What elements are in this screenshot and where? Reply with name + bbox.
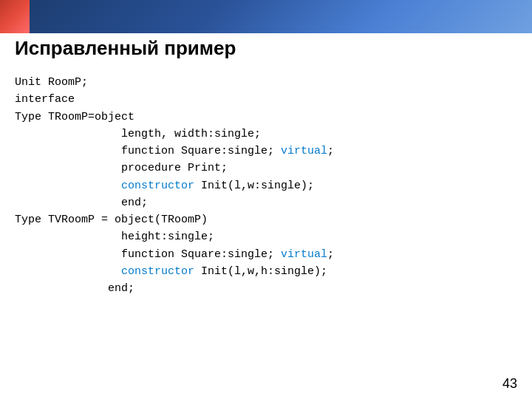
code-line: length, width:single; bbox=[15, 126, 334, 143]
code-block: Unit RoomP;interfaceType TRoomP=object l… bbox=[15, 74, 334, 297]
code-line: height:single; bbox=[15, 228, 334, 245]
page-title: Исправленный пример bbox=[15, 37, 236, 60]
code-line: constructor Init(l,w:single); bbox=[15, 177, 334, 194]
code-line: Type TRoomP=object bbox=[15, 109, 334, 126]
code-line: function Square:single; virtual; bbox=[15, 246, 334, 263]
code-line: procedure Print; bbox=[15, 160, 334, 177]
code-line: Type TVRoomP = object(TRoomP) bbox=[15, 211, 334, 228]
code-line: end; bbox=[15, 280, 334, 297]
header-bar bbox=[0, 0, 532, 33]
code-line: interface bbox=[15, 91, 334, 108]
code-line: Unit RoomP; bbox=[15, 74, 334, 91]
code-line: constructor Init(l,w,h:single); bbox=[15, 263, 334, 280]
code-line: function Square:single; virtual; bbox=[15, 143, 334, 160]
corner-accent bbox=[0, 0, 30, 33]
code-line: end; bbox=[15, 194, 334, 211]
page-number: 43 bbox=[502, 376, 517, 392]
